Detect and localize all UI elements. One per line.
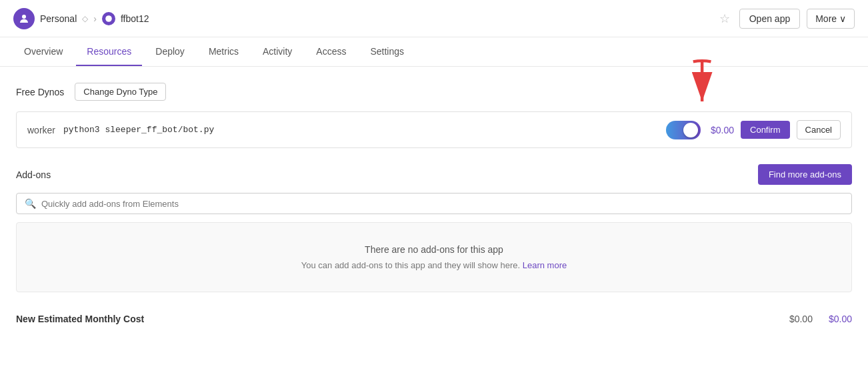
worker-label: worker — [27, 125, 55, 135]
header: Personal ◇ › ffbot12 ☆ Open app More ∨ — [0, 0, 868, 37]
dynos-section-header: Free Dynos Change Dyno Type — [16, 83, 852, 101]
more-button[interactable]: More ∨ — [807, 9, 855, 29]
change-dyno-button[interactable]: Change Dyno Type — [75, 83, 166, 101]
dyno-toggle[interactable] — [666, 121, 701, 139]
price-label: $0.00 — [707, 125, 734, 135]
tab-access[interactable]: Access — [305, 38, 357, 66]
learn-more-link[interactable]: Learn more — [523, 260, 567, 270]
confirm-button[interactable]: Confirm — [741, 121, 790, 139]
app-name[interactable]: ffbot12 — [121, 13, 149, 24]
tab-overview[interactable]: Overview — [13, 38, 73, 66]
tab-activity[interactable]: Activity — [252, 38, 303, 66]
avatar-icon — [13, 8, 35, 29]
addons-empty-state: There are no add-ons for this app You ca… — [16, 222, 852, 292]
empty-state-desc-text: You can add add-ons to this app and they… — [301, 260, 520, 270]
diamond-icon: ◇ — [82, 14, 88, 23]
star-button[interactable]: ☆ — [717, 9, 733, 29]
new-cost: $0.00 — [829, 314, 852, 324]
svg-point-0 — [22, 15, 26, 19]
addons-search-input[interactable] — [41, 199, 843, 209]
find-addons-button[interactable]: Find more add-ons — [758, 164, 852, 185]
tab-settings[interactable]: Settings — [359, 38, 415, 66]
cancel-button[interactable]: Cancel — [797, 120, 841, 139]
search-icon: 🔍 — [25, 198, 36, 209]
main-content: Free Dynos Change Dyno Type worker pytho… — [0, 67, 868, 340]
personal-label[interactable]: Personal — [40, 13, 77, 24]
worker-controls: $0.00 Confirm Cancel — [666, 120, 841, 139]
addons-search-box[interactable]: 🔍 — [16, 193, 852, 214]
nav-tabs: Overview Resources Deploy Metrics Activi… — [0, 37, 868, 67]
more-label: More ∨ — [815, 13, 846, 24]
app-icon — [102, 12, 115, 25]
worker-info: worker python3 sleeper_ff_bot/bot.py — [27, 125, 214, 135]
worker-command: python3 sleeper_ff_bot/bot.py — [63, 125, 214, 135]
header-right: ☆ Open app More ∨ — [717, 9, 855, 29]
worker-row: worker python3 sleeper_ff_bot/bot.py $0.… — [16, 111, 852, 148]
breadcrumb: Personal ◇ › ffbot12 — [13, 8, 149, 29]
open-app-button[interactable]: Open app — [739, 9, 801, 29]
cost-label: New Estimated Monthly Cost — [16, 314, 144, 324]
tab-deploy[interactable]: Deploy — [145, 38, 195, 66]
cost-footer: New Estimated Monthly Cost $0.00 $0.00 — [16, 308, 852, 324]
tab-metrics[interactable]: Metrics — [198, 38, 249, 66]
tab-resources[interactable]: Resources — [76, 38, 142, 66]
current-cost: $0.00 — [789, 314, 813, 324]
dynos-title: Free Dynos — [16, 87, 64, 97]
addons-title: Add-ons — [16, 169, 51, 180]
cost-values: $0.00 $0.00 — [789, 314, 852, 324]
svg-point-1 — [105, 15, 112, 22]
addons-header: Add-ons Find more add-ons — [16, 164, 852, 185]
empty-state-title: There are no add-ons for this app — [38, 244, 830, 255]
empty-state-desc: You can add add-ons to this app and they… — [38, 260, 830, 270]
breadcrumb-separator: › — [93, 13, 97, 24]
